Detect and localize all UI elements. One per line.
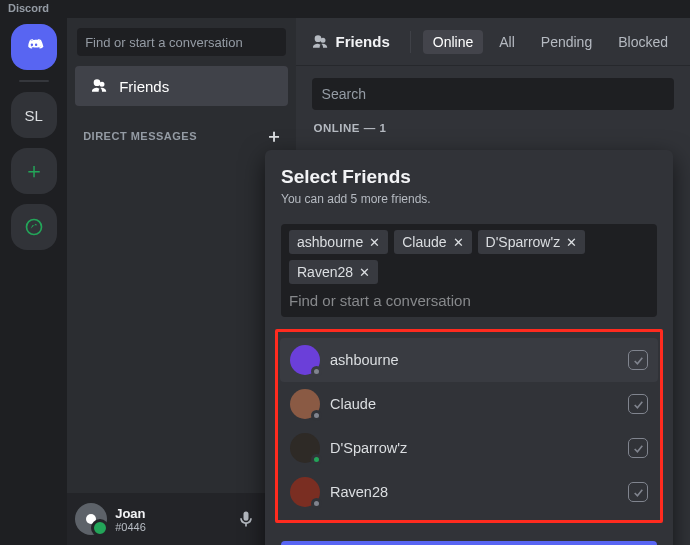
plus-icon: ＋ [23,156,45,186]
friend-row[interactable]: Raven28 [280,470,658,514]
guild-list: SL ＋ [0,18,67,545]
explore-servers-button[interactable] [11,204,57,250]
chip-label: D'Sparrow'z [486,234,561,250]
tab-online[interactable]: Online [423,30,483,54]
friends-nav-label: Friends [119,78,169,95]
guild-separator [19,80,49,82]
check-icon [632,398,645,411]
user-name: Joan [115,506,146,521]
friend-name: Claude [330,396,376,412]
friend-checkbox[interactable] [628,482,648,502]
chip-label: Raven28 [297,264,353,280]
user-avatar[interactable] [75,503,107,535]
svg-point-2 [86,514,96,524]
check-icon [632,354,645,367]
friend-avatar [290,345,320,375]
dm-sidebar: Find or start a conversation Friends DIR… [67,18,295,545]
friends-nav-button[interactable]: Friends [75,66,287,106]
select-friends-popover: Select Friends You can add 5 more friend… [265,150,673,545]
popover-subtitle: You can add 5 more friends. [281,192,657,206]
check-icon [632,442,645,455]
window-titlebar: Discord [0,0,690,18]
user-info[interactable]: Joan #0446 [115,506,146,533]
friends-icon [87,76,107,96]
create-group-dm-button[interactable]: Create Group DM [281,541,657,545]
chip-claude[interactable]: Claude✕ [394,230,471,254]
friend-row[interactable]: D'Sparrow'z [280,426,658,470]
discord-logo-icon [81,509,101,529]
chip-d-sparrow-z[interactable]: D'Sparrow'z✕ [478,230,586,254]
friends-search-input[interactable]: Search [312,78,674,110]
compass-icon [24,217,44,237]
friend-checkbox[interactable] [628,394,648,414]
friend-checkbox[interactable] [628,438,648,458]
tab-all[interactable]: All [489,30,525,54]
svg-marker-1 [30,224,37,229]
status-offline-icon [311,498,322,509]
popover-search[interactable]: ashbourne✕Claude✕D'Sparrow'z✕Raven28✕ Fi… [281,224,657,317]
online-count-header: ONLINE — 1 [296,122,690,134]
remove-chip-icon[interactable]: ✕ [359,265,370,280]
status-online-icon [311,454,322,465]
selected-chips: ashbourne✕Claude✕D'Sparrow'z✕Raven28✕ [289,230,649,284]
discord-logo-icon [22,35,46,59]
add-server-button[interactable]: ＋ [11,148,57,194]
status-offline-icon [311,366,322,377]
dm-section: Friends [67,64,295,108]
chip-label: Claude [402,234,446,250]
friend-name: Raven28 [330,484,388,500]
check-icon [632,486,645,499]
friend-checkbox[interactable] [628,350,648,370]
friend-row[interactable]: Claude [280,382,658,426]
home-button[interactable] [11,24,57,70]
friends-topbar: Friends Online All Pending Blocked [296,18,690,66]
microphone-icon[interactable] [236,509,256,529]
direct-messages-label: DIRECT MESSAGES [83,130,197,142]
popover-title: Select Friends [281,166,657,188]
remove-chip-icon[interactable]: ✕ [566,235,577,250]
friend-name: ashbourne [330,352,399,368]
tab-separator [410,31,411,53]
tab-blocked[interactable]: Blocked [608,30,678,54]
friend-avatar [290,477,320,507]
direct-messages-header: DIRECT MESSAGES ＋ [67,108,295,152]
dm-search-input[interactable]: Find or start a conversation [77,28,285,56]
popover-search-input[interactable]: Find or start a conversation [289,284,649,309]
friend-select-list: ashbourneClaudeD'Sparrow'zRaven28 [275,329,663,523]
friends-icon [308,32,328,52]
remove-chip-icon[interactable]: ✕ [369,235,380,250]
chip-ashbourne[interactable]: ashbourne✕ [289,230,388,254]
friend-name: D'Sparrow'z [330,440,407,456]
chip-label: ashbourne [297,234,363,250]
guild-sl[interactable]: SL [11,92,57,138]
tab-pending[interactable]: Pending [531,30,602,54]
chip-raven28[interactable]: Raven28✕ [289,260,378,284]
create-dm-button[interactable]: ＋ [265,124,284,148]
remove-chip-icon[interactable]: ✕ [453,235,464,250]
friend-avatar [290,389,320,419]
status-offline-icon [311,410,322,421]
friends-header-label: Friends [336,33,390,50]
svg-point-0 [26,220,41,235]
friend-row[interactable]: ashbourne [280,338,658,382]
user-panel: Joan #0446 [67,493,295,545]
friend-avatar [290,433,320,463]
friends-header: Friends [308,32,398,52]
user-tag: #0446 [115,521,146,533]
